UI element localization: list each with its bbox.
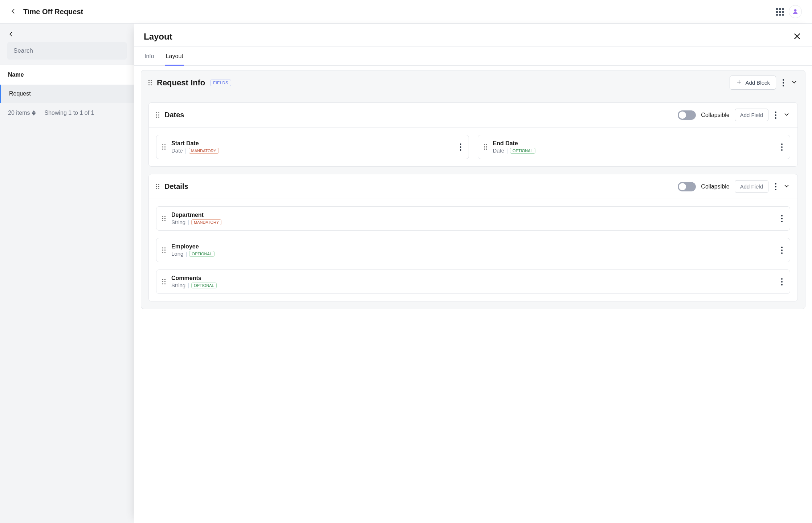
page-size-label: 20 items: [8, 110, 30, 116]
table-row[interactable]: Request: [0, 85, 134, 103]
subblock-head: Details Collapsible Add Field: [149, 174, 797, 199]
block-title: Request Info: [157, 78, 205, 88]
kebab-icon[interactable]: [774, 182, 778, 192]
panel-title: Layout: [144, 32, 172, 42]
showing-label: Showing 1 to 1 of 1: [44, 110, 94, 116]
field-type: Date: [493, 147, 505, 154]
required-badge: OPTIONAL: [189, 251, 215, 257]
drag-handle-icon[interactable]: [156, 112, 159, 118]
kebab-icon[interactable]: [780, 214, 784, 224]
body: Name Request 20 items Showing 1 to 1 of …: [0, 24, 812, 523]
sort-caret-icon: [32, 110, 36, 115]
add-block-button[interactable]: Add Block: [730, 76, 776, 90]
field-type: Date: [171, 147, 183, 154]
tab-layout[interactable]: Layout: [165, 46, 184, 66]
sidebar-back-icon[interactable]: [8, 33, 15, 38]
required-badge: MANDATORY: [191, 219, 221, 225]
kebab-icon[interactable]: [780, 142, 784, 152]
apps-grid-icon[interactable]: [776, 8, 784, 16]
field-title: End Date: [493, 140, 774, 147]
fields-row: Start Date Date | MANDATORY: [149, 127, 797, 166]
kebab-icon[interactable]: [780, 245, 784, 255]
field-employee: Employee Long | OPTIONAL: [156, 238, 790, 262]
field-title: Comments: [171, 275, 774, 281]
field-type: String: [171, 282, 185, 288]
field-start-date: Start Date Date | MANDATORY: [156, 135, 469, 159]
kebab-icon[interactable]: [458, 142, 463, 152]
subblock-head: Dates Collapsible Add Field: [149, 103, 797, 127]
field-end-date: End Date Date | OPTIONAL: [478, 135, 791, 159]
drag-handle-icon[interactable]: [484, 144, 487, 150]
chevron-down-icon[interactable]: [783, 182, 790, 191]
subblock-details: Details Collapsible Add Field: [148, 174, 798, 301]
drag-handle-icon[interactable]: [162, 216, 166, 221]
subblock-title: Dates: [164, 111, 184, 119]
page-title: Time Off Request: [23, 8, 83, 16]
collapsible-toggle[interactable]: [678, 182, 696, 191]
page-size-select[interactable]: 20 items: [8, 110, 36, 116]
field-title: Start Date: [171, 140, 453, 147]
panel-body: Request Info FIELDS Add Block: [134, 66, 812, 309]
field-comments: Comments String | OPTIONAL: [156, 269, 790, 294]
required-badge: MANDATORY: [189, 148, 219, 154]
add-field-button[interactable]: Add Field: [735, 109, 768, 121]
field-type: Long: [171, 251, 183, 257]
top-header-left: Time Off Request: [10, 8, 83, 16]
required-badge: OPTIONAL: [191, 283, 217, 288]
tab-info[interactable]: Info: [144, 46, 155, 65]
required-badge: OPTIONAL: [510, 148, 535, 154]
kebab-icon[interactable]: [781, 78, 786, 88]
collapsible-toggle[interactable]: [678, 110, 696, 120]
column-header-name[interactable]: Name: [0, 65, 134, 85]
back-icon[interactable]: [10, 8, 17, 16]
layout-panel: Layout Info Layout Request Info FIELDS: [134, 24, 812, 523]
collapsible-label: Collapsible: [701, 183, 729, 190]
drag-handle-icon[interactable]: [162, 279, 166, 284]
block-head: Request Info FIELDS Add Block: [141, 70, 805, 95]
field-title: Employee: [171, 243, 774, 250]
tabs: Info Layout: [134, 46, 812, 66]
close-icon[interactable]: [793, 32, 801, 41]
block-request-info: Request Info FIELDS Add Block: [141, 70, 805, 309]
chevron-down-icon[interactable]: [791, 78, 798, 87]
fields-badge: FIELDS: [210, 80, 231, 86]
field-department: Department String | MANDATORY: [156, 206, 790, 231]
avatar[interactable]: [789, 5, 802, 18]
drag-handle-icon[interactable]: [148, 80, 152, 85]
sidebar-table: Name Request: [0, 65, 134, 103]
kebab-icon[interactable]: [774, 110, 778, 120]
drag-handle-icon[interactable]: [162, 144, 166, 150]
field-title: Department: [171, 212, 774, 218]
collapsible-label: Collapsible: [701, 112, 729, 118]
sidebar-footer: 20 items Showing 1 to 1 of 1: [0, 103, 134, 123]
chevron-down-icon[interactable]: [783, 111, 790, 119]
kebab-icon[interactable]: [780, 277, 784, 287]
field-type: String: [171, 219, 185, 225]
add-block-label: Add Block: [745, 80, 770, 86]
plus-icon: [736, 79, 742, 86]
top-header: Time Off Request: [0, 0, 812, 24]
drag-handle-icon[interactable]: [156, 184, 159, 189]
subblock-title: Details: [164, 182, 188, 191]
add-field-button[interactable]: Add Field: [735, 180, 768, 193]
search-input[interactable]: [7, 42, 127, 60]
sidebar: Name Request 20 items Showing 1 to 1 of …: [0, 24, 134, 523]
fields-col: Department String | MANDATORY: [149, 199, 797, 301]
drag-handle-icon[interactable]: [162, 247, 166, 253]
panel-head: Layout: [134, 24, 812, 46]
row-name: Request: [9, 90, 31, 97]
top-header-right: [776, 5, 802, 18]
subblock-dates: Dates Collapsible Add Field: [148, 102, 798, 167]
